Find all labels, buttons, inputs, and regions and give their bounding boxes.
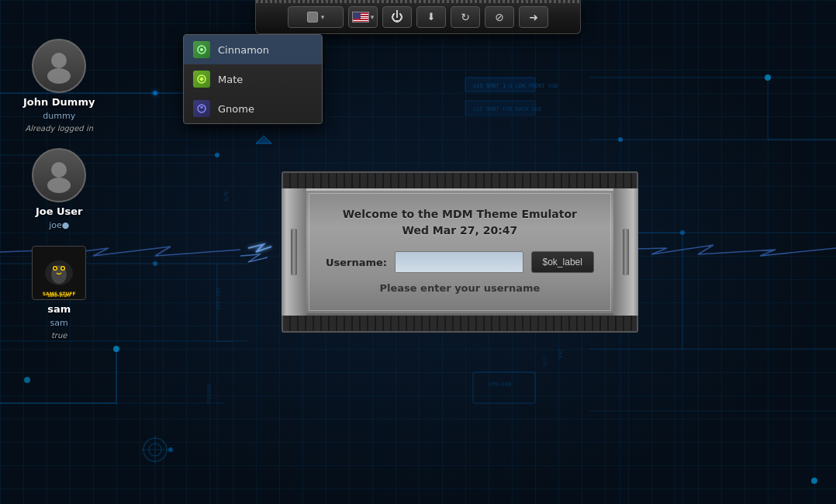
user-avatar-sam: SAMS•STUFF <box>32 246 86 300</box>
svg-point-47 <box>47 178 71 193</box>
gnome-session-icon <box>193 100 210 117</box>
refresh-button[interactable]: ↻ <box>451 6 480 28</box>
mdm-content: Welcome to the MDM Theme Emulator Wed Ma… <box>306 188 613 316</box>
mdm-left-handle <box>282 188 306 316</box>
cancel-button[interactable]: ⊘ <box>485 6 514 28</box>
svg-point-17 <box>618 137 623 142</box>
mdm-bottom-strip <box>282 316 638 333</box>
gnome-label: Gnome <box>218 103 254 115</box>
mdm-right-handle <box>613 188 638 316</box>
user-name-joe: Joe User <box>36 205 83 217</box>
user-panel: John Dummy dummy Already logged in Joe U… <box>23 39 95 340</box>
top-bar: ▾ ▾ ⏻ ⬇ ↻ ⊘ ➜ <box>255 0 581 34</box>
svg-point-45 <box>47 68 71 84</box>
next-button[interactable]: ➜ <box>519 6 548 28</box>
svg-rect-24 <box>473 372 535 403</box>
mdm-dialog-frame: Welcome to the MDM Theme Emulator Wed Ma… <box>282 171 638 333</box>
svg-text:±15 SMBT   FOR BACK USB: ±15 SMBT FOR BACK USB <box>473 106 542 112</box>
svg-text:±15 SMBT 1-3 LDK FRONT USB: ±15 SMBT 1-3 LDK FRONT USB <box>473 83 558 89</box>
session-item-gnome[interactable]: Gnome <box>184 94 322 123</box>
session-item-mate[interactable]: Mate <box>184 64 322 94</box>
svg-point-44 <box>51 53 67 68</box>
suspend-button[interactable]: ⬇ <box>416 6 446 28</box>
user-item-sam[interactable]: SAMS•STUFF sam sam true <box>23 246 95 340</box>
mdm-datetime: Wed Mar 27, 20:47 <box>326 223 594 239</box>
session-chevron-icon: ▾ <box>321 13 325 21</box>
next-icon: ➜ <box>529 11 538 23</box>
svg-text:CPU-FAN: CPU-FAN <box>489 381 512 388</box>
session-item-cinnamon[interactable]: Cinnamon <box>184 35 322 64</box>
svg-point-23 <box>811 478 817 484</box>
svg-point-46 <box>51 162 67 178</box>
mdm-hint-text: Please enter your username <box>326 282 594 294</box>
language-button[interactable]: ▾ <box>348 6 378 28</box>
session-dropdown: Cinnamon Mate Gnome <box>183 34 323 124</box>
avatar-person-icon-joe <box>33 150 85 201</box>
mate-label: Mate <box>218 74 243 85</box>
suspend-icon: ⬇ <box>427 11 436 22</box>
mdm-username-label: Username: <box>326 257 387 268</box>
session-selector-button[interactable]: ▾ <box>288 6 344 28</box>
svg-point-16 <box>153 261 157 266</box>
svg-text:SEC-10S: SEC-10S <box>216 287 222 310</box>
mdm-top-strip <box>282 171 638 188</box>
user-item-john[interactable]: John Dummy dummy Already logged in <box>23 39 95 133</box>
user-status-john: Already logged in <box>25 124 93 133</box>
user-login-joe: joe● <box>49 220 69 230</box>
mdm-title-line1: Welcome to the MDM Theme Emulator <box>326 206 594 223</box>
top-bar-decoration <box>256 0 580 3</box>
user-name-sam: sam <box>47 303 71 315</box>
lang-chevron-icon: ▾ <box>371 13 375 21</box>
svg-text:DDR: DDR <box>541 357 548 367</box>
cinnamon-session-icon <box>193 41 210 58</box>
mate-session-icon <box>193 71 210 88</box>
handle-notch-left <box>291 229 297 275</box>
mdm-username-row: Username: $ok_label <box>326 251 594 273</box>
power-button[interactable]: ⏻ <box>382 6 412 28</box>
mdm-middle: Welcome to the MDM Theme Emulator Wed Ma… <box>282 188 638 316</box>
user-name-john: John Dummy <box>23 96 95 108</box>
refresh-icon: ↻ <box>461 11 470 23</box>
mdm-username-input[interactable] <box>395 251 523 273</box>
avatar-person-icon <box>33 40 85 91</box>
cancel-icon: ⊘ <box>495 11 504 23</box>
svg-point-14 <box>153 91 157 95</box>
user-login-sam: sam <box>50 318 68 328</box>
svg-point-41 <box>200 48 203 51</box>
cinnamon-label: Cinnamon <box>218 44 269 56</box>
session-icon-small <box>307 12 318 22</box>
svg-marker-39 <box>256 136 271 143</box>
user-login-john: dummy <box>43 111 75 121</box>
user-item-joe[interactable]: Joe User joe● <box>23 148 95 230</box>
svg-text:PB58AM: PB58AM <box>206 384 212 403</box>
power-icon: ⏻ <box>391 9 403 24</box>
mdm-ok-button[interactable]: $ok_label <box>531 251 594 273</box>
handle-notch-right <box>623 229 629 275</box>
user-status-sam: true <box>51 331 67 340</box>
mdm-title: Welcome to the MDM Theme Emulator Wed Ma… <box>326 206 594 239</box>
svg-point-53 <box>62 268 64 270</box>
svg-point-15 <box>215 153 219 157</box>
user-avatar-joe <box>32 148 86 202</box>
svg-point-52 <box>54 268 57 270</box>
svg-text:S/N:: S/N: <box>223 188 230 202</box>
flag-us-icon <box>352 12 369 22</box>
user-avatar-john <box>32 39 86 93</box>
svg-text:2KK: 2KK <box>557 349 563 359</box>
svg-point-21 <box>24 377 30 383</box>
